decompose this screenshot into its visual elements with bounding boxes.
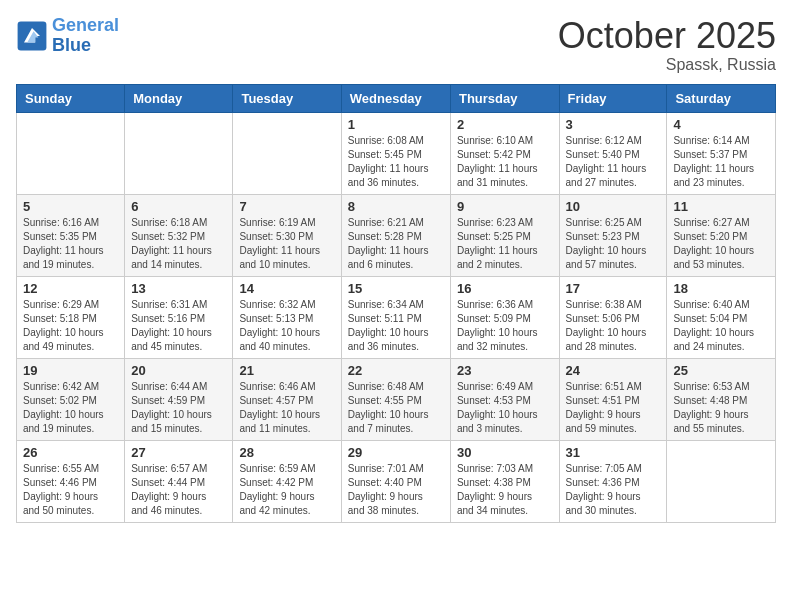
day-number: 11: [673, 199, 769, 214]
day-info: Sunrise: 6:18 AM Sunset: 5:32 PM Dayligh…: [131, 216, 226, 272]
day-number: 23: [457, 363, 553, 378]
day-info: Sunrise: 6:44 AM Sunset: 4:59 PM Dayligh…: [131, 380, 226, 436]
day-number: 18: [673, 281, 769, 296]
day-info: Sunrise: 6:10 AM Sunset: 5:42 PM Dayligh…: [457, 134, 553, 190]
day-number: 2: [457, 117, 553, 132]
day-info: Sunrise: 6:51 AM Sunset: 4:51 PM Dayligh…: [566, 380, 661, 436]
day-number: 31: [566, 445, 661, 460]
day-number: 19: [23, 363, 118, 378]
day-info: Sunrise: 6:42 AM Sunset: 5:02 PM Dayligh…: [23, 380, 118, 436]
day-number: 4: [673, 117, 769, 132]
calendar-cell: 2Sunrise: 6:10 AM Sunset: 5:42 PM Daylig…: [450, 112, 559, 194]
weekday-header: Wednesday: [341, 84, 450, 112]
day-info: Sunrise: 6:53 AM Sunset: 4:48 PM Dayligh…: [673, 380, 769, 436]
calendar-cell: 3Sunrise: 6:12 AM Sunset: 5:40 PM Daylig…: [559, 112, 667, 194]
location-title: Spassk, Russia: [558, 56, 776, 74]
day-number: 22: [348, 363, 444, 378]
calendar-cell: 10Sunrise: 6:25 AM Sunset: 5:23 PM Dayli…: [559, 194, 667, 276]
calendar-cell: 28Sunrise: 6:59 AM Sunset: 4:42 PM Dayli…: [233, 440, 341, 522]
day-info: Sunrise: 7:03 AM Sunset: 4:38 PM Dayligh…: [457, 462, 553, 518]
day-number: 9: [457, 199, 553, 214]
calendar-cell: 18Sunrise: 6:40 AM Sunset: 5:04 PM Dayli…: [667, 276, 776, 358]
day-number: 6: [131, 199, 226, 214]
calendar-week-row: 26Sunrise: 6:55 AM Sunset: 4:46 PM Dayli…: [17, 440, 776, 522]
day-number: 8: [348, 199, 444, 214]
day-info: Sunrise: 6:12 AM Sunset: 5:40 PM Dayligh…: [566, 134, 661, 190]
logo-icon: [16, 20, 48, 52]
month-title: October 2025: [558, 16, 776, 56]
day-info: Sunrise: 6:21 AM Sunset: 5:28 PM Dayligh…: [348, 216, 444, 272]
day-info: Sunrise: 6:25 AM Sunset: 5:23 PM Dayligh…: [566, 216, 661, 272]
calendar-cell: 25Sunrise: 6:53 AM Sunset: 4:48 PM Dayli…: [667, 358, 776, 440]
day-info: Sunrise: 7:01 AM Sunset: 4:40 PM Dayligh…: [348, 462, 444, 518]
page-header: General Blue October 2025 Spassk, Russia: [16, 16, 776, 74]
calendar-cell: 20Sunrise: 6:44 AM Sunset: 4:59 PM Dayli…: [125, 358, 233, 440]
calendar-cell: 19Sunrise: 6:42 AM Sunset: 5:02 PM Dayli…: [17, 358, 125, 440]
day-number: 30: [457, 445, 553, 460]
weekday-header: Friday: [559, 84, 667, 112]
calendar-cell: 26Sunrise: 6:55 AM Sunset: 4:46 PM Dayli…: [17, 440, 125, 522]
day-info: Sunrise: 6:08 AM Sunset: 5:45 PM Dayligh…: [348, 134, 444, 190]
calendar-week-row: 1Sunrise: 6:08 AM Sunset: 5:45 PM Daylig…: [17, 112, 776, 194]
calendar-cell: 16Sunrise: 6:36 AM Sunset: 5:09 PM Dayli…: [450, 276, 559, 358]
calendar-cell: [667, 440, 776, 522]
day-number: 1: [348, 117, 444, 132]
day-number: 12: [23, 281, 118, 296]
calendar-cell: 27Sunrise: 6:57 AM Sunset: 4:44 PM Dayli…: [125, 440, 233, 522]
title-section: October 2025 Spassk, Russia: [558, 16, 776, 74]
weekday-header: Thursday: [450, 84, 559, 112]
day-number: 28: [239, 445, 334, 460]
day-number: 3: [566, 117, 661, 132]
calendar-cell: 4Sunrise: 6:14 AM Sunset: 5:37 PM Daylig…: [667, 112, 776, 194]
weekday-header: Saturday: [667, 84, 776, 112]
calendar-cell: 14Sunrise: 6:32 AM Sunset: 5:13 PM Dayli…: [233, 276, 341, 358]
calendar-cell: 24Sunrise: 6:51 AM Sunset: 4:51 PM Dayli…: [559, 358, 667, 440]
calendar-cell: 22Sunrise: 6:48 AM Sunset: 4:55 PM Dayli…: [341, 358, 450, 440]
calendar-cell: 23Sunrise: 6:49 AM Sunset: 4:53 PM Dayli…: [450, 358, 559, 440]
calendar-cell: 31Sunrise: 7:05 AM Sunset: 4:36 PM Dayli…: [559, 440, 667, 522]
day-info: Sunrise: 6:40 AM Sunset: 5:04 PM Dayligh…: [673, 298, 769, 354]
calendar-cell: 17Sunrise: 6:38 AM Sunset: 5:06 PM Dayli…: [559, 276, 667, 358]
calendar-cell: 1Sunrise: 6:08 AM Sunset: 5:45 PM Daylig…: [341, 112, 450, 194]
calendar-cell: 6Sunrise: 6:18 AM Sunset: 5:32 PM Daylig…: [125, 194, 233, 276]
day-number: 13: [131, 281, 226, 296]
day-number: 14: [239, 281, 334, 296]
calendar-cell: [125, 112, 233, 194]
calendar-cell: [233, 112, 341, 194]
day-info: Sunrise: 6:14 AM Sunset: 5:37 PM Dayligh…: [673, 134, 769, 190]
logo-text: General Blue: [52, 16, 119, 56]
weekday-header: Sunday: [17, 84, 125, 112]
weekday-header-row: SundayMondayTuesdayWednesdayThursdayFrid…: [17, 84, 776, 112]
day-info: Sunrise: 6:57 AM Sunset: 4:44 PM Dayligh…: [131, 462, 226, 518]
calendar-cell: 5Sunrise: 6:16 AM Sunset: 5:35 PM Daylig…: [17, 194, 125, 276]
weekday-header: Monday: [125, 84, 233, 112]
logo-line1: General: [52, 15, 119, 35]
calendar-week-row: 19Sunrise: 6:42 AM Sunset: 5:02 PM Dayli…: [17, 358, 776, 440]
day-number: 17: [566, 281, 661, 296]
day-info: Sunrise: 6:29 AM Sunset: 5:18 PM Dayligh…: [23, 298, 118, 354]
day-number: 20: [131, 363, 226, 378]
calendar-cell: 8Sunrise: 6:21 AM Sunset: 5:28 PM Daylig…: [341, 194, 450, 276]
day-number: 15: [348, 281, 444, 296]
calendar-cell: 15Sunrise: 6:34 AM Sunset: 5:11 PM Dayli…: [341, 276, 450, 358]
day-info: Sunrise: 6:19 AM Sunset: 5:30 PM Dayligh…: [239, 216, 334, 272]
day-info: Sunrise: 6:55 AM Sunset: 4:46 PM Dayligh…: [23, 462, 118, 518]
calendar-cell: 11Sunrise: 6:27 AM Sunset: 5:20 PM Dayli…: [667, 194, 776, 276]
day-info: Sunrise: 6:16 AM Sunset: 5:35 PM Dayligh…: [23, 216, 118, 272]
day-number: 5: [23, 199, 118, 214]
day-number: 21: [239, 363, 334, 378]
calendar-table: SundayMondayTuesdayWednesdayThursdayFrid…: [16, 84, 776, 523]
day-info: Sunrise: 6:49 AM Sunset: 4:53 PM Dayligh…: [457, 380, 553, 436]
day-info: Sunrise: 6:59 AM Sunset: 4:42 PM Dayligh…: [239, 462, 334, 518]
day-number: 16: [457, 281, 553, 296]
logo-line2: Blue: [52, 36, 119, 56]
day-info: Sunrise: 6:48 AM Sunset: 4:55 PM Dayligh…: [348, 380, 444, 436]
day-number: 25: [673, 363, 769, 378]
day-info: Sunrise: 6:36 AM Sunset: 5:09 PM Dayligh…: [457, 298, 553, 354]
calendar-cell: 29Sunrise: 7:01 AM Sunset: 4:40 PM Dayli…: [341, 440, 450, 522]
day-number: 7: [239, 199, 334, 214]
calendar-cell: 7Sunrise: 6:19 AM Sunset: 5:30 PM Daylig…: [233, 194, 341, 276]
day-info: Sunrise: 6:46 AM Sunset: 4:57 PM Dayligh…: [239, 380, 334, 436]
calendar-cell: 30Sunrise: 7:03 AM Sunset: 4:38 PM Dayli…: [450, 440, 559, 522]
day-info: Sunrise: 6:31 AM Sunset: 5:16 PM Dayligh…: [131, 298, 226, 354]
